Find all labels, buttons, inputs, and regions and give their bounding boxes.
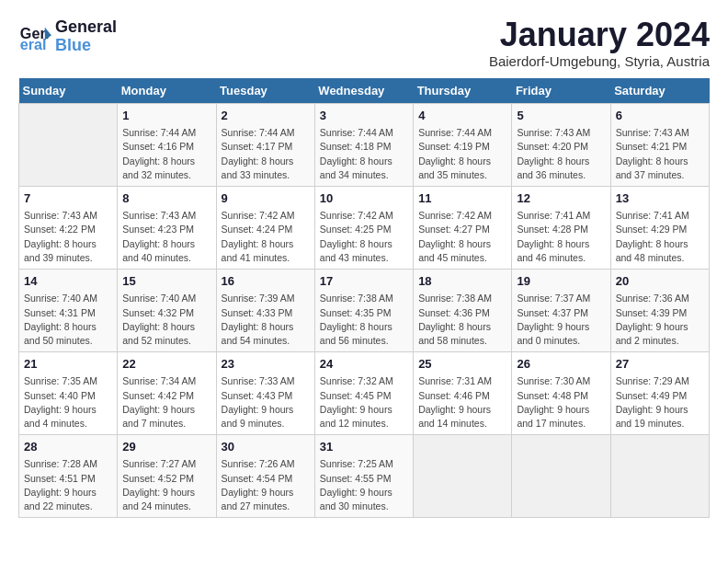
calendar-cell: 30Sunrise: 7:26 AM Sunset: 4:54 PM Dayli… (216, 435, 314, 518)
calendar-cell: 26Sunrise: 7:30 AM Sunset: 4:48 PM Dayli… (512, 352, 610, 435)
day-number: 25 (418, 356, 506, 373)
logo-line1: General (55, 18, 117, 37)
day-number: 12 (517, 190, 605, 207)
calendar-cell: 31Sunrise: 7:25 AM Sunset: 4:55 PM Dayli… (314, 435, 413, 518)
day-info: Sunrise: 7:44 AM Sunset: 4:19 PM Dayligh… (418, 126, 506, 182)
day-info: Sunrise: 7:33 AM Sunset: 4:43 PM Dayligh… (222, 374, 310, 431)
calendar-cell (610, 435, 709, 518)
day-info: Sunrise: 7:36 AM Sunset: 4:39 PM Dayligh… (616, 292, 704, 348)
day-number: 31 (320, 439, 408, 455)
calendar-cell: 9Sunrise: 7:42 AM Sunset: 4:24 PM Daylig… (216, 187, 314, 270)
day-number: 17 (320, 273, 408, 290)
calendar-cell: 5Sunrise: 7:43 AM Sunset: 4:20 PM Daylig… (512, 104, 610, 187)
day-info: Sunrise: 7:40 AM Sunset: 4:31 PM Dayligh… (24, 292, 112, 348)
day-number: 4 (418, 108, 506, 124)
day-info: Sunrise: 7:29 AM Sunset: 4:49 PM Dayligh… (616, 374, 704, 431)
calendar-cell: 3Sunrise: 7:44 AM Sunset: 4:18 PM Daylig… (314, 104, 413, 187)
day-info: Sunrise: 7:28 AM Sunset: 4:51 PM Dayligh… (24, 457, 112, 513)
col-header-friday: Friday (512, 78, 610, 104)
calendar-cell: 15Sunrise: 7:40 AM Sunset: 4:32 PM Dayli… (118, 270, 216, 352)
col-header-thursday: Thursday (414, 78, 512, 104)
day-number: 26 (517, 356, 605, 373)
day-number: 2 (222, 108, 310, 124)
day-number: 5 (517, 108, 605, 124)
day-number: 24 (320, 356, 408, 373)
calendar-cell: 24Sunrise: 7:32 AM Sunset: 4:45 PM Dayli… (314, 352, 413, 435)
day-info: Sunrise: 7:30 AM Sunset: 4:48 PM Dayligh… (517, 374, 605, 431)
day-info: Sunrise: 7:42 AM Sunset: 4:27 PM Dayligh… (418, 209, 506, 265)
calendar-cell: 7Sunrise: 7:43 AM Sunset: 4:22 PM Daylig… (19, 187, 118, 270)
day-number: 21 (24, 356, 112, 373)
calendar-cell: 25Sunrise: 7:31 AM Sunset: 4:46 PM Dayli… (414, 352, 512, 435)
calendar-table: SundayMondayTuesdayWednesdayThursdayFrid… (18, 78, 710, 518)
calendar-cell (512, 435, 610, 518)
calendar-cell: 17Sunrise: 7:38 AM Sunset: 4:35 PM Dayli… (314, 270, 413, 352)
svg-text:eral: eral (20, 36, 47, 52)
calendar-cell: 27Sunrise: 7:29 AM Sunset: 4:49 PM Dayli… (610, 352, 709, 435)
day-info: Sunrise: 7:38 AM Sunset: 4:35 PM Dayligh… (320, 292, 408, 348)
day-info: Sunrise: 7:43 AM Sunset: 4:22 PM Dayligh… (24, 209, 112, 265)
day-number: 8 (122, 190, 210, 207)
day-number: 3 (320, 108, 408, 124)
calendar-cell: 28Sunrise: 7:28 AM Sunset: 4:51 PM Dayli… (19, 435, 118, 518)
day-number: 7 (24, 190, 112, 207)
calendar-cell: 12Sunrise: 7:41 AM Sunset: 4:28 PM Dayli… (512, 187, 610, 270)
day-number: 11 (418, 190, 506, 207)
day-info: Sunrise: 7:43 AM Sunset: 4:21 PM Dayligh… (616, 126, 704, 182)
col-header-sunday: Sunday (19, 78, 118, 104)
calendar-week-1: 1Sunrise: 7:44 AM Sunset: 4:16 PM Daylig… (19, 104, 710, 187)
month-title: January 2024 (489, 18, 710, 52)
page-header: Gen eral General Blue January 2024 Baier… (18, 18, 710, 69)
day-number: 30 (222, 439, 310, 455)
calendar-cell: 6Sunrise: 7:43 AM Sunset: 4:21 PM Daylig… (610, 104, 709, 187)
day-info: Sunrise: 7:40 AM Sunset: 4:32 PM Dayligh… (122, 292, 210, 348)
day-info: Sunrise: 7:43 AM Sunset: 4:23 PM Dayligh… (122, 209, 210, 265)
day-number: 19 (517, 273, 605, 290)
calendar-week-4: 21Sunrise: 7:35 AM Sunset: 4:40 PM Dayli… (19, 352, 710, 435)
day-info: Sunrise: 7:42 AM Sunset: 4:25 PM Dayligh… (320, 209, 408, 265)
calendar-cell: 21Sunrise: 7:35 AM Sunset: 4:40 PM Dayli… (19, 352, 118, 435)
calendar-cell: 19Sunrise: 7:37 AM Sunset: 4:37 PM Dayli… (512, 270, 610, 352)
day-info: Sunrise: 7:44 AM Sunset: 4:16 PM Dayligh… (122, 126, 210, 182)
calendar-cell: 1Sunrise: 7:44 AM Sunset: 4:16 PM Daylig… (118, 104, 216, 187)
day-info: Sunrise: 7:26 AM Sunset: 4:54 PM Dayligh… (222, 457, 310, 513)
calendar-week-2: 7Sunrise: 7:43 AM Sunset: 4:22 PM Daylig… (19, 187, 710, 270)
day-number: 15 (122, 273, 210, 290)
day-number: 9 (222, 190, 310, 207)
calendar-body: 1Sunrise: 7:44 AM Sunset: 4:16 PM Daylig… (19, 104, 710, 518)
calendar-cell: 4Sunrise: 7:44 AM Sunset: 4:19 PM Daylig… (414, 104, 512, 187)
logo: Gen eral General Blue (18, 18, 117, 55)
day-number: 29 (122, 439, 210, 455)
day-info: Sunrise: 7:34 AM Sunset: 4:42 PM Dayligh… (122, 374, 210, 431)
calendar-cell: 10Sunrise: 7:42 AM Sunset: 4:25 PM Dayli… (314, 187, 413, 270)
calendar-cell: 8Sunrise: 7:43 AM Sunset: 4:23 PM Daylig… (118, 187, 216, 270)
day-number: 28 (24, 439, 112, 455)
calendar-cell (414, 435, 512, 518)
calendar-cell: 29Sunrise: 7:27 AM Sunset: 4:52 PM Dayli… (118, 435, 216, 518)
calendar-cell: 13Sunrise: 7:41 AM Sunset: 4:29 PM Dayli… (610, 187, 709, 270)
calendar-cell: 14Sunrise: 7:40 AM Sunset: 4:31 PM Dayli… (19, 270, 118, 352)
day-number: 18 (418, 273, 506, 290)
col-header-wednesday: Wednesday (314, 78, 413, 104)
day-info: Sunrise: 7:31 AM Sunset: 4:46 PM Dayligh… (418, 374, 506, 431)
day-info: Sunrise: 7:37 AM Sunset: 4:37 PM Dayligh… (517, 292, 605, 348)
calendar-cell: 11Sunrise: 7:42 AM Sunset: 4:27 PM Dayli… (414, 187, 512, 270)
col-header-saturday: Saturday (610, 78, 709, 104)
calendar-cell: 23Sunrise: 7:33 AM Sunset: 4:43 PM Dayli… (216, 352, 314, 435)
title-block: January 2024 Baierdorf-Umgebung, Styria,… (489, 18, 710, 69)
day-info: Sunrise: 7:32 AM Sunset: 4:45 PM Dayligh… (320, 374, 408, 431)
calendar-cell: 16Sunrise: 7:39 AM Sunset: 4:33 PM Dayli… (216, 270, 314, 352)
day-number: 27 (616, 356, 704, 373)
day-number: 1 (122, 108, 210, 124)
calendar-header-row: SundayMondayTuesdayWednesdayThursdayFrid… (19, 78, 710, 104)
day-info: Sunrise: 7:27 AM Sunset: 4:52 PM Dayligh… (122, 457, 210, 513)
logo-line2: Blue (55, 37, 117, 55)
day-info: Sunrise: 7:39 AM Sunset: 4:33 PM Dayligh… (222, 292, 310, 348)
day-number: 22 (122, 356, 210, 373)
day-info: Sunrise: 7:41 AM Sunset: 4:29 PM Dayligh… (616, 209, 704, 265)
day-number: 16 (222, 273, 310, 290)
calendar-cell: 22Sunrise: 7:34 AM Sunset: 4:42 PM Dayli… (118, 352, 216, 435)
day-info: Sunrise: 7:43 AM Sunset: 4:20 PM Dayligh… (517, 126, 605, 182)
col-header-monday: Monday (118, 78, 216, 104)
day-info: Sunrise: 7:44 AM Sunset: 4:17 PM Dayligh… (222, 126, 310, 182)
